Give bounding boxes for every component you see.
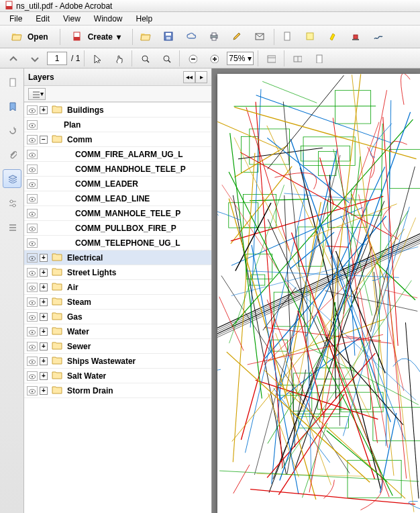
visibility-toggle[interactable]: [27, 297, 38, 307]
convert-button[interactable]: [278, 28, 297, 46]
layer-row[interactable]: COMM_MANHOLE_TELE_P: [24, 206, 211, 221]
visibility-toggle[interactable]: [27, 386, 38, 395]
menu-help[interactable]: Help: [129, 13, 160, 25]
expander[interactable]: +: [40, 106, 48, 114]
layer-row[interactable]: COMM_TELEPHONE_UG_L: [24, 236, 211, 250]
print-button[interactable]: [205, 28, 224, 46]
page-up-button[interactable]: [4, 50, 21, 67]
layer-row[interactable]: +Buildings: [24, 103, 211, 118]
layer-row[interactable]: +Ships Wastewater: [24, 354, 211, 369]
visibility-toggle[interactable]: [27, 268, 38, 277]
create-button[interactable]: Create ▾: [64, 28, 128, 46]
attachments-button[interactable]: [3, 145, 21, 164]
expander[interactable]: +: [40, 298, 48, 306]
page-down-button[interactable]: [25, 50, 43, 67]
expander[interactable]: +: [40, 269, 48, 277]
expander[interactable]: +: [40, 328, 48, 336]
layer-row[interactable]: +Water: [24, 324, 211, 339]
edit-button[interactable]: [228, 28, 247, 46]
thumbnails-button[interactable]: [3, 73, 21, 91]
window-view-button[interactable]: [262, 50, 280, 67]
layer-options-button[interactable]: ▾: [28, 88, 46, 100]
read-mode-button[interactable]: [288, 50, 306, 67]
panel-prev-button[interactable]: ◂◂: [183, 71, 195, 83]
visibility-toggle[interactable]: [27, 283, 38, 292]
layer-row[interactable]: COMM_PULLBOX_FIRE_P: [24, 221, 211, 236]
open-folder-button[interactable]: [137, 28, 156, 46]
svg-line-159: [234, 107, 416, 159]
svg-line-125: [387, 273, 407, 479]
visibility-toggle[interactable]: [27, 253, 38, 263]
layers-button[interactable]: [3, 169, 21, 188]
layer-row[interactable]: +Air: [24, 280, 211, 295]
zoom-in-button[interactable]: [205, 50, 223, 67]
zoom-out-button[interactable]: [184, 50, 201, 67]
menu-edit[interactable]: Edit: [29, 13, 56, 25]
visibility-toggle[interactable]: [27, 165, 38, 174]
visibility-toggle[interactable]: [27, 135, 38, 144]
visibility-toggle[interactable]: [27, 342, 38, 351]
visibility-toggle[interactable]: [27, 209, 38, 218]
mail-button[interactable]: [251, 28, 270, 46]
expander[interactable]: −: [40, 136, 48, 144]
visibility-toggle[interactable]: [27, 224, 38, 233]
page-number-input[interactable]: [47, 52, 67, 65]
expander[interactable]: +: [40, 313, 48, 321]
layer-row[interactable]: +Sewer: [24, 339, 211, 354]
visibility-toggle[interactable]: [27, 327, 38, 336]
select-tool-button[interactable]: [89, 50, 106, 67]
zoom-loupe-button[interactable]: [158, 50, 175, 67]
zoom-marquee-button[interactable]: [136, 50, 154, 67]
visibility-toggle[interactable]: [27, 150, 38, 159]
bars-button[interactable]: [3, 218, 21, 236]
layer-row[interactable]: +Street Lights: [24, 265, 211, 280]
stamp-icon: [350, 31, 362, 43]
open-button[interactable]: Open: [4, 28, 56, 46]
layer-row[interactable]: +Storm Drain: [24, 383, 211, 398]
bookmarks-button[interactable]: [3, 97, 21, 115]
sign-button[interactable]: [370, 28, 388, 46]
layer-row[interactable]: +Electrical: [24, 250, 211, 265]
visibility-toggle[interactable]: [27, 238, 38, 248]
expander[interactable]: +: [40, 342, 48, 351]
layer-row[interactable]: +Gas: [24, 310, 211, 324]
panel-next-button[interactable]: ▸: [195, 71, 207, 83]
expander[interactable]: +: [40, 372, 48, 380]
expander[interactable]: +: [40, 254, 48, 262]
sliders-button[interactable]: [3, 193, 21, 212]
visibility-toggle[interactable]: [27, 194, 38, 203]
layer-name: Salt Water: [67, 371, 106, 381]
layer-row[interactable]: Plan: [24, 118, 211, 132]
highlight-button[interactable]: [324, 28, 343, 46]
layer-row[interactable]: −Comm: [24, 132, 211, 147]
stamp-button[interactable]: [347, 28, 366, 46]
document-view[interactable]: [212, 68, 420, 513]
layer-row[interactable]: +Steam: [24, 295, 211, 310]
cloud-button[interactable]: [182, 28, 201, 46]
layer-row[interactable]: COMM_HANDHOLE_TELE_P: [24, 162, 211, 177]
svg-line-90: [352, 218, 416, 371]
layer-row[interactable]: +Salt Water: [24, 369, 211, 383]
folder-icon: [52, 340, 62, 352]
expander[interactable]: +: [40, 357, 48, 365]
layer-row[interactable]: COMM_FIRE_ALARM_UG_L: [24, 147, 211, 162]
menu-view[interactable]: View: [56, 13, 87, 25]
save-button[interactable]: [160, 28, 178, 46]
pan-tool-button[interactable]: [110, 50, 127, 67]
zoom-select[interactable]: 75% ▾: [227, 52, 254, 65]
layer-row[interactable]: COMM_LEADER: [24, 177, 211, 191]
menu-file[interactable]: File: [3, 13, 29, 25]
expander[interactable]: +: [40, 283, 48, 291]
visibility-toggle[interactable]: [27, 105, 38, 115]
visibility-toggle[interactable]: [27, 357, 38, 366]
visibility-toggle[interactable]: [27, 371, 38, 381]
visibility-toggle[interactable]: [27, 312, 38, 322]
doc-view-button[interactable]: [310, 50, 327, 67]
note-button[interactable]: [301, 28, 320, 46]
visibility-toggle[interactable]: [27, 120, 38, 130]
visibility-toggle[interactable]: [27, 179, 38, 189]
expander[interactable]: +: [40, 387, 48, 395]
menu-window[interactable]: Window: [87, 13, 129, 25]
reload-button[interactable]: [3, 121, 21, 140]
layer-row[interactable]: COMM_LEAD_LINE: [24, 191, 211, 206]
